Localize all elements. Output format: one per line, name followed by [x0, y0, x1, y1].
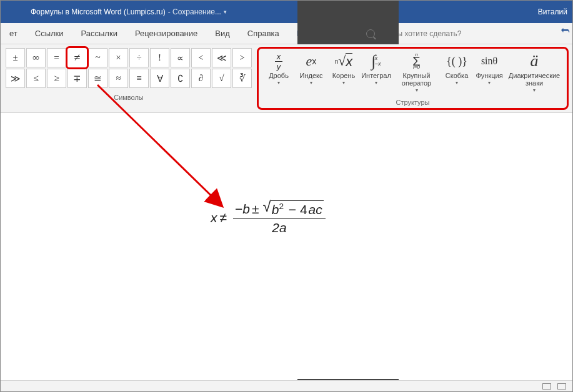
- tab-review[interactable]: Рецензирование: [126, 23, 206, 44]
- search-icon: [366, 29, 375, 38]
- struct-fraction[interactable]: xy Дробь ▾: [262, 51, 295, 86]
- sqrt-b: b: [272, 202, 279, 217]
- struct-large-operator[interactable]: nΣi=0 Крупный оператор ▾: [392, 51, 441, 93]
- structures-row: xy Дробь ▾ ex Индекс ▾ n√x Корень ▾ ∫x−x…: [262, 51, 563, 93]
- formula-neq: ≠: [220, 210, 227, 225]
- symbol-ge[interactable]: ≥: [47, 69, 66, 88]
- struct-label: Скобка: [446, 72, 468, 79]
- symbols-group-label: Символы: [6, 94, 252, 101]
- symbol-sqrt[interactable]: √: [212, 69, 231, 88]
- chevron-down-icon: ▾: [277, 80, 280, 86]
- fraction-icon: xy: [275, 51, 283, 71]
- symbol-forall[interactable]: ∀: [150, 69, 169, 88]
- fraction-numerator: − b ± √ b2 − 4ac: [233, 200, 326, 219]
- struct-radical[interactable]: n√x Корень ▾: [327, 51, 360, 86]
- symbol-cbrt[interactable]: ∛: [232, 69, 252, 88]
- symbol-approx[interactable]: ≈: [109, 69, 128, 88]
- symbol-lt[interactable]: <: [191, 48, 211, 67]
- tab-truncated[interactable]: ет: [1, 23, 26, 44]
- function-icon: sinθ: [481, 51, 497, 71]
- symbol-equals[interactable]: =: [47, 48, 66, 67]
- save-dropdown-icon[interactable]: ▾: [224, 9, 227, 15]
- tab-references[interactable]: Ссылки: [26, 23, 72, 44]
- read-mode-icon[interactable]: [542, 383, 551, 390]
- struct-label: Крупный оператор: [394, 72, 439, 87]
- sqrt-body: b2 − 4ac: [271, 200, 324, 217]
- symbol-le[interactable]: ≤: [26, 69, 46, 88]
- struct-integral[interactable]: ∫x−x Интеграл ▾: [360, 51, 392, 86]
- num-pm: ±: [252, 202, 259, 217]
- symbols-group: ± ∞ = ≠ ~ × ÷ ! ∝ < ≪ > ≫ ≤ ≥ ∓ ≅ ≈ ≡ ∀ …: [1, 44, 257, 112]
- chevron-down-icon: ▾: [310, 80, 312, 86]
- chevron-down-icon: ▾: [375, 80, 377, 86]
- tab-mailings[interactable]: Рассылки: [72, 23, 126, 44]
- symbol-partial[interactable]: ∂: [191, 69, 211, 88]
- sqrt-c: c: [316, 202, 322, 217]
- struct-label: Дробь: [269, 72, 289, 79]
- struct-script[interactable]: ex Индекс ▾: [295, 51, 327, 86]
- symbols-grid: ± ∞ = ≠ ~ × ÷ ! ∝ < ≪ > ≫ ≤ ≥ ∓ ≅ ≈ ≡ ∀ …: [6, 48, 252, 88]
- titlebar: Формулы в Microsoft Word (Lumpics.ru) - …: [1, 1, 572, 23]
- symbol-propto[interactable]: ∝: [171, 48, 190, 67]
- symbol-cong[interactable]: ≅: [88, 69, 107, 88]
- symbol-gg[interactable]: ≫: [6, 69, 25, 88]
- doc-title: Формулы в Microsoft Word (Lumpics.ru): [31, 7, 166, 16]
- chevron-down-icon: ▾: [456, 80, 458, 86]
- sigma-icon: nΣi=0: [412, 51, 420, 71]
- symbol-pm[interactable]: ±: [6, 48, 25, 67]
- symbol-neq[interactable]: ≠: [66, 46, 89, 69]
- title-left: Формулы в Microsoft Word (Lumpics.ru) - …: [31, 7, 227, 16]
- symbol-equiv[interactable]: ≡: [129, 69, 149, 88]
- chevron-down-icon: ▾: [533, 87, 536, 93]
- fraction-denominator: 2a: [272, 219, 286, 235]
- symbol-complement[interactable]: ∁: [171, 69, 190, 88]
- formula-fraction: − b ± √ b2 − 4ac 2a: [233, 200, 326, 235]
- tab-help[interactable]: Справка: [239, 23, 288, 44]
- chevron-down-icon: ▾: [488, 80, 491, 86]
- num-minus: −: [235, 202, 242, 217]
- structures-group-label: Структуры: [262, 99, 563, 106]
- structures-group: xy Дробь ▾ ex Индекс ▾ n√x Корень ▾ ∫x−x…: [257, 47, 569, 110]
- chevron-down-icon: ▾: [416, 87, 418, 93]
- user-name[interactable]: Виталий: [538, 7, 567, 16]
- symbol-gt[interactable]: >: [232, 48, 252, 67]
- symbol-bang[interactable]: !: [150, 48, 169, 67]
- integral-icon: ∫x−x: [372, 51, 381, 71]
- struct-function[interactable]: sinθ Функция ▾: [473, 51, 506, 86]
- radical-icon: n√x: [335, 51, 353, 71]
- struct-label: Индекс: [300, 72, 323, 79]
- ribbon-tabs: ет Ссылки Рассылки Рецензирование Вид Сп…: [1, 23, 572, 44]
- document-page[interactable]: x ≠ − b ± √ b2 − 4ac 2a: [12, 113, 561, 379]
- print-layout-icon[interactable]: [557, 383, 566, 390]
- ribbon: ± ∞ = ≠ ~ × ÷ ! ∝ < ≪ > ≫ ≤ ≥ ∓ ≅ ≈ ≡ ∀ …: [1, 44, 572, 113]
- symbol-ll[interactable]: ≪: [212, 48, 231, 67]
- num-b: b: [242, 202, 250, 217]
- accent-icon: ä: [531, 51, 539, 71]
- formula-x: x: [211, 210, 217, 225]
- saving-status: - Сохранение...: [168, 7, 221, 16]
- sqrt-icon: √: [263, 200, 271, 212]
- struct-accent[interactable]: ä Диакритические знаки ▾: [506, 51, 563, 93]
- sqrt-exp: 2: [279, 202, 284, 211]
- symbol-mp[interactable]: ∓: [67, 69, 87, 88]
- script-icon: ex: [306, 51, 317, 71]
- sqrt-minus4: − 4: [289, 202, 307, 217]
- statusbar: [1, 380, 572, 391]
- struct-label: Диакритические знаки: [507, 72, 562, 87]
- struct-label: Корень: [332, 72, 356, 79]
- equation[interactable]: x ≠ − b ± √ b2 − 4ac 2a: [211, 200, 326, 235]
- struct-label: Функция: [476, 72, 502, 79]
- share-icon[interactable]: ⮪: [561, 26, 570, 36]
- num-sqrt: √ b2 − 4ac: [263, 200, 324, 217]
- symbol-infinity[interactable]: ∞: [26, 48, 46, 67]
- bracket-icon: {( )}: [446, 51, 467, 71]
- sqrt-a: a: [309, 202, 316, 217]
- symbol-tilde[interactable]: ~: [88, 48, 107, 67]
- struct-bracket[interactable]: {( )} Скобка ▾: [441, 51, 473, 86]
- symbol-times[interactable]: ×: [109, 48, 128, 67]
- symbol-div[interactable]: ÷: [129, 48, 149, 67]
- struct-label: Интеграл: [361, 72, 391, 79]
- tab-view[interactable]: Вид: [206, 23, 239, 44]
- chevron-down-icon: ▾: [342, 80, 345, 86]
